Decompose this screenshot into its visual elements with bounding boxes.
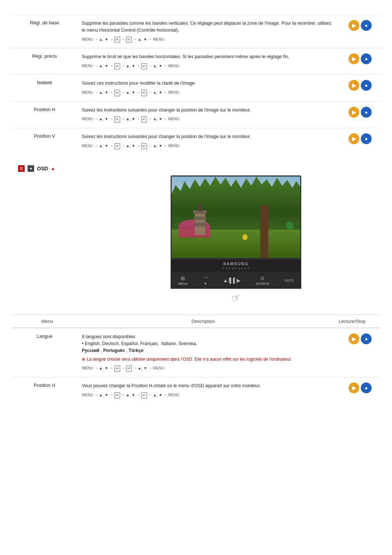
row-buttons: ▶ ● [339,75,381,101]
table-row: Régl. précis Supprime le bruit tel que l… [11,48,381,75]
position-h-buttons: ▶ ● [339,377,381,404]
play-icon: ▲/▌▌▶ [223,278,241,283]
row-buttons: ▶ ● [339,101,381,128]
prev-button[interactable]: ▶ [348,133,359,144]
osd-icon-square: ■ [28,165,34,172]
row-description: Supprime les parasites comme les bandes … [78,15,339,48]
tree-trunk [260,205,268,258]
row-buttons: ▶ ● [339,15,381,48]
langue-buttons: ▶ ● [339,328,381,377]
prev-next-pair: ▶ ● [348,80,372,91]
next-button[interactable]: ● [361,53,372,64]
ctrl-menu-label: MENU [178,282,188,285]
osd-arrow-up-icon: ▲ [51,166,55,171]
next-button[interactable]: ● [361,333,372,344]
prev-next-pair: ▶ ● [348,107,372,118]
row-buttons: ▶ ● [339,128,381,154]
monitor-brand-sub: ♦ ◄◄ ►► ▲▲◄◄ [175,267,297,270]
next-button[interactable]: ● [361,107,372,118]
adjust-icon: ⁻⁺ [203,275,208,281]
prev-button[interactable]: ▶ [348,382,359,393]
osd-table-header: Menu Description Lecture/Stop [11,315,381,328]
table-row-position-h: Position H Vous pouvez changer la Positi… [11,377,381,404]
row-label: Régl. de base [11,15,78,48]
osd-title: OSD [37,166,48,171]
row-label: Position H [11,101,78,128]
ctrl-adjust: ⁻⁺ ▼ [203,275,208,285]
hand-icon-area: ☞ [171,292,301,304]
top-settings-table: Régl. de base Supprime les parasites com… [11,15,381,154]
prev-button[interactable]: ▶ [348,80,359,91]
col-header-lecture: Lecture/Stop [330,319,374,324]
ctrl-menu: ⊞ MENU [178,275,188,285]
row-label: Régl. précis [11,48,78,75]
row-label: Netteté [11,75,78,101]
ctrl-auto: AUTO [285,279,294,282]
prev-next-pair: ▶ ● [348,20,372,31]
prev-next-pair: ▶ ● [348,53,372,64]
row-description: Suivez les instructions suivantes pour c… [78,128,339,154]
ctrl-play: ▲/▌▌▶ [223,278,241,283]
ctrl-auto-label: AUTO [285,279,294,282]
row-buttons: ▶ ● [339,48,381,75]
prev-button[interactable]: ▶ [348,107,359,118]
monitor-display-area: SAMSUNG ♦ ◄◄ ►► ▲▲◄◄ ⊞ MENU ⁻⁺ ▼ ▲/▌▌▶ ⊙… [91,175,381,304]
ctrl-adjust-label: ▼ [204,282,207,285]
yellow-ball [242,234,248,240]
source-icon: ⊙ [260,275,265,281]
monitor-screen [171,175,301,259]
monitor-controls-bar: ⊞ MENU ⁻⁺ ▼ ▲/▌▌▶ ⊙ SOURCE AUTO [171,272,301,289]
col-header-description: Description [76,319,330,324]
prev-button[interactable]: ▶ [348,53,359,64]
ctrl-source-label: SOURCE [256,282,270,285]
row-description: Supprime le bruit tel que les bandes hor… [78,48,339,75]
monitor-brand-text: SAMSUNG [175,262,297,266]
col-header-menu: Menu [18,319,76,324]
prev-next-pair: ▶ ● [348,133,372,144]
prev-next-pair: ▶ ● [348,333,372,344]
prev-next-pair: ▶ ● [348,382,372,393]
langue-label: Langue [11,328,78,377]
monitor-brand-bar: SAMSUNG ♦ ◄◄ ►► ▲▲◄◄ [171,259,301,272]
osd-section-header: D ■ OSD ▲ [18,165,381,172]
next-button[interactable]: ● [361,80,372,91]
garden-flowers-left [178,220,211,238]
next-button[interactable]: ● [361,382,372,393]
table-row-langue: Langue 9 langues sont disponibles • Engl… [11,328,381,377]
prev-button[interactable]: ▶ [348,333,359,344]
position-h-label: Position H [11,377,78,404]
row-description: Suivez les instructions suivantes pour c… [78,101,339,128]
next-button[interactable]: ● [361,20,372,31]
row-description: Suivez ces instructions pour modifier la… [78,75,339,101]
green-ball [286,221,294,229]
table-row: Position V Suivez les instructions suiva… [11,128,381,154]
table-row: Netteté Suivez ces instructions pour mod… [11,75,381,101]
monitor-wrapper: SAMSUNG ♦ ◄◄ ►► ▲▲◄◄ ⊞ MENU ⁻⁺ ▼ ▲/▌▌▶ ⊙… [171,175,301,304]
garden-pagoda [195,204,205,235]
osd-bottom-section: Menu Description Lecture/Stop Langue 9 l… [11,315,381,404]
position-h-description: Vous pouvez changer la Position H.ontale… [78,377,339,404]
table-row: Régl. de base Supprime les parasites com… [11,15,381,48]
osd-settings-table: Langue 9 langues sont disponibles • Engl… [11,328,381,404]
hand-icon: ☞ [230,291,242,305]
garden-image [172,177,300,258]
row-label: Position V [11,128,78,154]
ctrl-source: ⊙ SOURCE [256,275,270,285]
next-button[interactable]: ● [361,133,372,144]
langue-description: 9 langues sont disponibles • English, De… [78,328,339,377]
osd-icon-d: D [18,165,25,172]
menu-icon: ⊞ [181,275,185,281]
table-row: Position H Suivez les instructions suiva… [11,101,381,128]
prev-button[interactable]: ▶ [348,20,359,31]
